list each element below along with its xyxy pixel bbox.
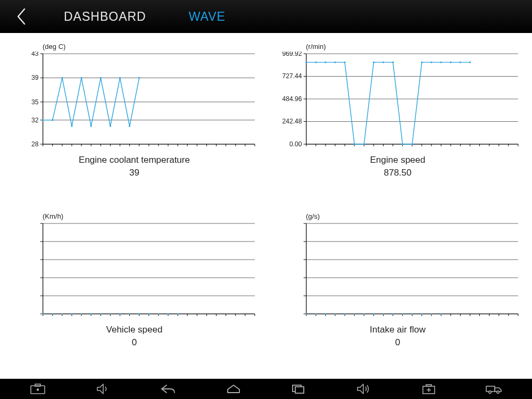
chart-unit: (r/min) — [306, 43, 521, 51]
panel-value: 878.50 — [384, 168, 412, 178]
tab-wave[interactable]: WAVE — [189, 10, 226, 24]
svg-point-42 — [61, 77, 63, 79]
svg-point-211 — [431, 313, 432, 314]
svg-point-45 — [90, 125, 92, 127]
svg-point-98 — [373, 62, 375, 63]
svg-point-101 — [402, 143, 403, 145]
svg-point-210 — [421, 313, 422, 314]
svg-point-100 — [392, 62, 394, 63]
svg-point-97 — [363, 143, 365, 145]
svg-text:969.92: 969.92 — [282, 52, 302, 57]
chart: 2832353943 — [11, 52, 258, 147]
svg-text:32: 32 — [31, 117, 39, 124]
svg-point-205 — [373, 313, 374, 314]
svg-point-92 — [315, 62, 317, 63]
svg-point-108 — [469, 62, 471, 63]
svg-point-147 — [52, 313, 53, 314]
svg-point-204 — [363, 313, 364, 314]
svg-marker-216 — [97, 384, 103, 394]
svg-point-99 — [383, 62, 384, 63]
svg-point-93 — [325, 62, 326, 63]
svg-point-49 — [129, 125, 130, 127]
svg-point-201 — [335, 313, 336, 314]
svg-point-156 — [138, 313, 139, 314]
chart — [11, 221, 258, 317]
svg-point-102 — [411, 143, 413, 145]
svg-point-43 — [71, 125, 72, 127]
svg-point-149 — [71, 313, 72, 314]
chart-unit: (Km/h) — [43, 212, 258, 220]
panel-engine-coolant-temperature: (deg C) 2832353943 Engine coolant temper… — [11, 43, 258, 209]
svg-point-160 — [177, 313, 178, 314]
svg-point-154 — [119, 313, 120, 314]
svg-point-107 — [460, 62, 461, 63]
svg-text:28: 28 — [31, 140, 39, 147]
panel-title: Engine speed — [370, 155, 426, 165]
svg-point-158 — [158, 313, 159, 314]
svg-point-212 — [440, 313, 442, 314]
header-tabs: DASHBOARD WAVE — [64, 10, 226, 24]
chart-unit: (g/s) — [306, 212, 521, 220]
svg-text:39: 39 — [31, 74, 39, 81]
svg-point-199 — [315, 313, 317, 314]
chart — [274, 221, 521, 317]
svg-point-44 — [80, 77, 82, 79]
svg-point-152 — [100, 313, 101, 314]
svg-point-159 — [168, 313, 169, 314]
screenshot-icon[interactable] — [19, 379, 56, 399]
chart: 0.00242.48484.96727.44969.92 — [274, 52, 521, 147]
truck-icon[interactable] — [476, 379, 513, 399]
panel-value: 0 — [395, 337, 400, 348]
chevron-left-icon — [15, 7, 27, 26]
svg-point-206 — [383, 313, 384, 314]
svg-point-155 — [129, 313, 130, 314]
svg-rect-218 — [295, 387, 304, 393]
svg-point-47 — [110, 125, 111, 127]
svg-point-105 — [440, 62, 442, 63]
panel-title: Engine coolant temperature — [79, 155, 190, 165]
svg-point-104 — [430, 62, 432, 63]
svg-text:43: 43 — [31, 52, 39, 57]
volume-up-icon[interactable] — [345, 379, 383, 399]
back-button[interactable] — [0, 0, 43, 33]
svg-point-207 — [392, 313, 393, 314]
svg-point-40 — [42, 119, 44, 121]
svg-point-208 — [402, 313, 403, 314]
svg-text:484.96: 484.96 — [282, 95, 302, 103]
panel-engine-speed: (r/min) 0.00242.48484.96727.44969.92 Eng… — [274, 43, 521, 209]
svg-point-148 — [62, 313, 63, 314]
volume-down-icon[interactable] — [85, 379, 122, 399]
panel-title: Vehicle speed — [106, 325, 163, 335]
svg-point-157 — [148, 313, 149, 314]
svg-point-94 — [334, 62, 336, 63]
tab-dashboard[interactable]: DASHBOARD — [64, 10, 146, 24]
svg-point-48 — [119, 77, 121, 79]
svg-text:242.48: 242.48 — [282, 118, 302, 126]
svg-point-91 — [305, 62, 307, 63]
panel-intake-air-flow: (g/s) Intake air flow 0 — [274, 212, 521, 379]
svg-point-96 — [354, 143, 355, 145]
panel-vehicle-speed: (Km/h) Vehicle speed 0 — [11, 212, 258, 379]
svg-rect-214 — [35, 384, 40, 386]
svg-point-215 — [37, 388, 39, 390]
svg-point-95 — [344, 62, 345, 63]
svg-point-103 — [421, 62, 422, 63]
back-icon[interactable] — [149, 379, 187, 399]
svg-point-200 — [325, 313, 326, 314]
svg-point-153 — [110, 313, 111, 314]
panel-value: 39 — [129, 168, 139, 178]
svg-point-150 — [81, 313, 82, 314]
svg-point-203 — [354, 313, 355, 314]
svg-text:0.00: 0.00 — [289, 140, 302, 147]
svg-point-41 — [52, 119, 53, 121]
home-icon[interactable] — [215, 379, 252, 399]
svg-point-209 — [412, 313, 413, 314]
chart-unit: (deg C) — [43, 43, 258, 51]
svg-marker-219 — [358, 384, 363, 394]
add-box-icon[interactable] — [410, 379, 447, 399]
panel-title: Intake air flow — [370, 325, 426, 335]
svg-point-225 — [488, 391, 491, 394]
panel-value: 0 — [132, 337, 137, 348]
charts-grid: (deg C) 2832353943 Engine coolant temper… — [0, 33, 532, 379]
recent-apps-icon[interactable] — [280, 379, 317, 399]
